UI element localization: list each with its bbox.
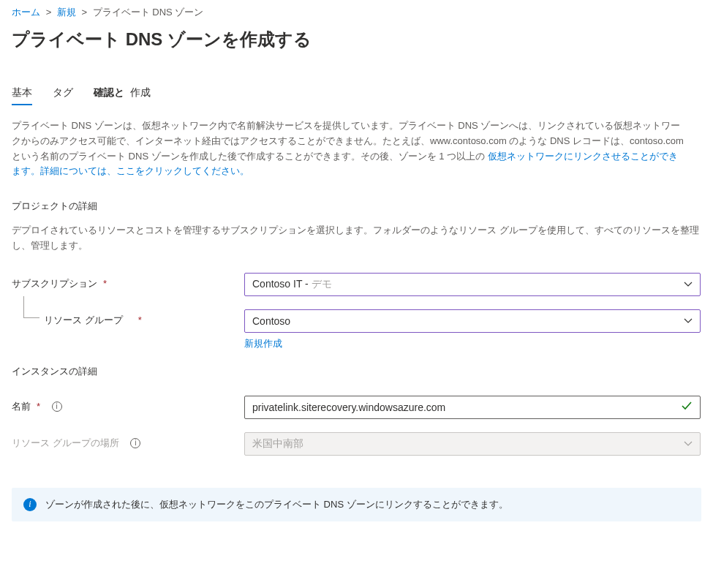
- info-icon[interactable]: i: [52, 402, 62, 412]
- chevron-down-icon: [684, 280, 693, 289]
- name-input[interactable]: [252, 402, 681, 413]
- required-icon: *: [37, 401, 40, 412]
- location-select: 米国中南部: [244, 432, 701, 456]
- chevron-down-icon: [684, 440, 693, 448]
- tab-basic[interactable]: 基本: [12, 86, 32, 105]
- tree-connector-icon: [23, 296, 39, 318]
- instance-details-title: インスタンスの詳細: [12, 365, 701, 378]
- subscription-label: サブスクリプション*: [12, 273, 244, 290]
- subscription-select[interactable]: Contoso IT - デモ: [244, 273, 701, 296]
- project-details-desc: デプロイされているリソースとコストを管理するサブスクリプションを選択します。フォ…: [12, 223, 701, 254]
- info-banner: i ゾーンが作成された後に、仮想ネットワークをこのプライベート DNS ゾーンに…: [12, 488, 701, 521]
- name-label: 名前 * i: [12, 396, 244, 413]
- info-banner-text: ゾーンが作成された後に、仮想ネットワークをこのプライベート DNS ゾーンにリン…: [45, 498, 508, 511]
- location-label: リソース グループの場所 i: [12, 432, 244, 450]
- description-text: プライベート DNS ゾーンは、仮想ネットワーク内で名前解決サービスを提供してい…: [12, 118, 684, 179]
- info-icon[interactable]: i: [130, 438, 140, 448]
- chevron-down-icon: [684, 317, 693, 325]
- tabs: 基本 タグ 確認と 作成: [12, 86, 701, 105]
- breadcrumb-current: プライベート DNS ゾーン: [93, 7, 204, 18]
- checkmark-icon: [681, 400, 693, 415]
- page-title: プライベート DNS ゾーンを作成する: [12, 28, 701, 51]
- tab-tags[interactable]: タグ: [53, 86, 73, 105]
- chevron-right-icon: >: [81, 7, 87, 18]
- resource-group-label: リソース グループ *: [12, 309, 244, 327]
- breadcrumb-new[interactable]: 新規: [57, 7, 76, 18]
- project-details-title: プロジェクトの詳細: [12, 200, 701, 213]
- chevron-right-icon: >: [46, 7, 52, 18]
- create-new-link[interactable]: 新規作成: [244, 337, 282, 350]
- breadcrumb-home[interactable]: ホーム: [12, 7, 40, 18]
- required-icon: *: [138, 314, 142, 325]
- info-icon: i: [23, 498, 37, 511]
- tab-create[interactable]: 作成: [130, 86, 151, 105]
- required-icon: *: [103, 278, 107, 289]
- tab-review[interactable]: 確認と: [94, 86, 124, 105]
- name-input-wrapper: [244, 396, 701, 419]
- resource-group-select[interactable]: Contoso: [244, 309, 701, 333]
- breadcrumb: ホーム > 新規 > プライベート DNS ゾーン: [12, 6, 701, 19]
